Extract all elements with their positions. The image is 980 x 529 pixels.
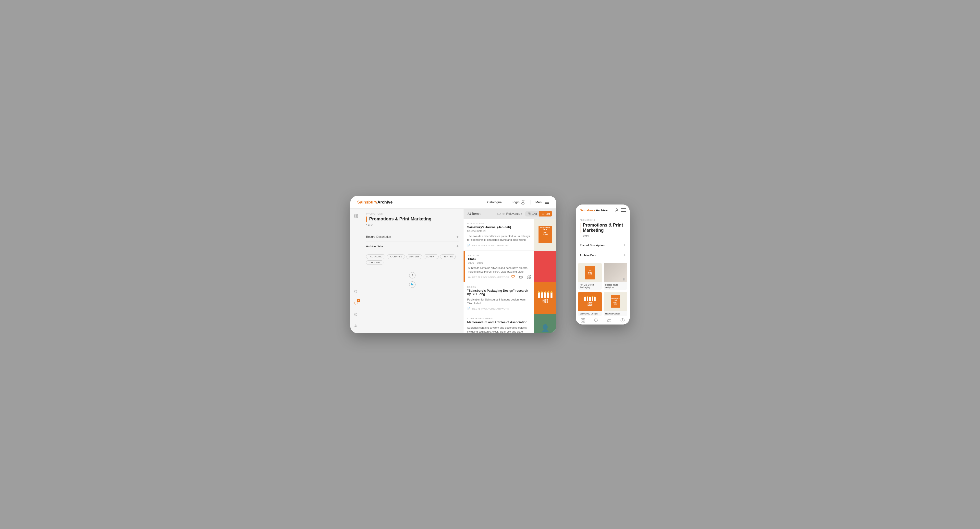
tags-container: PACKAGING JOURNALS LEAFLET ADVERT PRINTE… bbox=[366, 254, 459, 265]
scene: Sainsbury Archive Catalogue Login Menu bbox=[350, 196, 630, 333]
logo-sainsbury: Sainsbury bbox=[357, 200, 377, 205]
mobile-footer-heart-icon[interactable] bbox=[594, 318, 598, 322]
nav-menu[interactable]: Menu bbox=[535, 200, 549, 204]
mobile-menu-icon[interactable] bbox=[621, 208, 626, 212]
logo[interactable]: Sainsbury Archive bbox=[357, 200, 393, 205]
tag-packaging[interactable]: PACKAGING bbox=[366, 254, 385, 259]
hover-grid[interactable] bbox=[526, 274, 531, 280]
svg-rect-26 bbox=[583, 321, 585, 322]
tag-leaflet[interactable]: LEAFLET bbox=[406, 254, 422, 259]
mobile-grid-item-1[interactable]: hot oat cereal Hot Oat Cereal Packaging bbox=[578, 263, 602, 290]
mobile-header: Sainsbury Archive bbox=[576, 205, 630, 215]
mobile-grid-item-4[interactable]: SAINSBURY'S hot oat cereal Hot Oat Cerea… bbox=[604, 292, 627, 316]
mobile-record-description-row[interactable]: Record Description + bbox=[580, 240, 626, 250]
hover-heart[interactable] bbox=[510, 274, 516, 280]
result-text-1: PUBLICATIONS Sainsbury's Journal (Jan-Fe… bbox=[464, 219, 534, 251]
sidebar-title-block: Promotions & Print Marketing bbox=[366, 216, 459, 222]
mobile-expand-section: Record Description + Archive Data + bbox=[576, 240, 630, 261]
tag-advert[interactable]: ADVERT bbox=[423, 254, 439, 259]
mobile-item-label-2: Seated figure sculpture bbox=[604, 283, 627, 290]
mobile-category-label: PROMOTIONS bbox=[580, 219, 626, 221]
badge-count: 2 bbox=[357, 299, 360, 302]
doc-icon-1: 📄 bbox=[467, 244, 471, 247]
result-thumb-2 bbox=[534, 251, 556, 282]
mobile-archive-data-row[interactable]: Archive Data + bbox=[580, 250, 626, 260]
svg-rect-2 bbox=[356, 214, 358, 216]
desktop-frame: Sainsbury Archive Catalogue Login Menu bbox=[350, 196, 556, 333]
result-category-4: CORPORATE MATERIAL bbox=[467, 318, 531, 320]
result-item-4[interactable]: CORPORATE MATERIAL Memorandum and Articl… bbox=[463, 314, 556, 333]
mobile-grid-section: hot oat cereal Hot Oat Cereal Packaging … bbox=[576, 261, 630, 316]
result-meta-1: 📄 DES /1 PACKAGING ARTWORK bbox=[467, 244, 531, 247]
social-icons: f 🐦 bbox=[366, 270, 459, 290]
mobile-footer-share-icon[interactable] bbox=[607, 318, 611, 322]
record-description-row[interactable]: Record Description + bbox=[366, 232, 459, 241]
svg-rect-18 bbox=[529, 277, 530, 278]
result-desc-1: The awards and certificates presented to… bbox=[467, 234, 531, 242]
mobile-accent-bar bbox=[580, 222, 581, 233]
archive-data-row[interactable]: Archive Data + bbox=[366, 241, 459, 251]
logo-archive: Archive bbox=[377, 200, 393, 205]
hover-share[interactable] bbox=[518, 274, 524, 280]
mobile-frame: Sainsbury Archive PROMOT bbox=[576, 205, 630, 324]
facebook-icon[interactable]: f bbox=[409, 272, 415, 278]
doc-icon-3: 📄 bbox=[467, 307, 471, 310]
mobile-record-description-label: Record Description bbox=[580, 244, 605, 246]
svg-point-19 bbox=[616, 209, 617, 210]
svg-rect-23 bbox=[581, 318, 582, 320]
results-toolbar: 84 items SORT: Relevance ▾ bbox=[463, 209, 556, 219]
archive-data-expand-icon: + bbox=[457, 244, 459, 249]
result-title-4: Memorandum and Articles of Association bbox=[467, 321, 531, 324]
svg-rect-7 bbox=[528, 213, 529, 214]
sort-dropdown[interactable]: Relevance ▾ bbox=[506, 212, 522, 216]
history-icon[interactable] bbox=[352, 311, 359, 318]
tag-grocery[interactable]: GROCERY bbox=[366, 261, 383, 265]
nav-login[interactable]: Login bbox=[512, 200, 525, 205]
mobile-grid-item-3[interactable]: 18691969 1869/1969 Design bbox=[578, 292, 602, 316]
sidebar-content: PROMOTIONS Promotions & Print Marketing … bbox=[361, 209, 463, 333]
mobile-year: 1986 bbox=[580, 234, 626, 237]
toolbar-right: SORT: Relevance ▾ bbox=[497, 211, 552, 216]
list-view-button[interactable]: List bbox=[539, 211, 552, 216]
record-description-label: Record Description bbox=[366, 235, 391, 238]
sort-control[interactable]: SORT: Relevance ▾ bbox=[497, 212, 522, 216]
chevron-down-icon: ▾ bbox=[521, 213, 522, 215]
nav-catalogue[interactable]: Catalogue bbox=[487, 200, 501, 204]
heart-icon[interactable] bbox=[352, 289, 359, 295]
desktop-body: 2 PROMOTIONS Promotions & Print Marketin… bbox=[350, 209, 556, 333]
mobile-header-icons bbox=[614, 208, 626, 212]
results-list: PUBLICATIONS Sainsbury's Journal (Jan-Fe… bbox=[463, 219, 556, 333]
sidebar-main-title: Promotions & Print Marketing bbox=[369, 216, 431, 222]
tag-journals[interactable]: JOURNALS bbox=[387, 254, 405, 259]
result-desc-2: Subfonds contains artwork and decorative… bbox=[468, 266, 531, 274]
svg-rect-25 bbox=[581, 321, 582, 322]
mobile-title-row: Promotions & Print Marketing bbox=[580, 222, 626, 233]
result-text-4: CORPORATE MATERIAL Memorandum and Articl… bbox=[464, 314, 534, 333]
mobile-footer-clock-icon[interactable] bbox=[620, 318, 625, 322]
result-item-2[interactable]: ARTWORK Clock 1900 – 1950 Subfonds conta… bbox=[463, 251, 556, 283]
result-desc-3: Publication for Sainsburys infamous desi… bbox=[467, 298, 531, 305]
hamburger-icon bbox=[545, 201, 549, 204]
result-item-3[interactable]: DESIGN "Sainsbury's Packaging Design" re… bbox=[463, 283, 556, 314]
download-icon[interactable] bbox=[352, 322, 359, 329]
tag-printed[interactable]: PRINTED bbox=[440, 254, 456, 259]
result-item-1[interactable]: PUBLICATIONS Sainsbury's Journal (Jan-Fe… bbox=[463, 219, 556, 251]
mobile-record-plus-icon: + bbox=[624, 243, 626, 247]
sort-prefix: SORT: bbox=[497, 213, 505, 215]
svg-rect-16 bbox=[529, 275, 530, 276]
mobile-archive-data-label: Archive Data bbox=[580, 254, 596, 257]
mobile-user-icon[interactable] bbox=[614, 208, 619, 212]
mobile-footer-grid-icon[interactable] bbox=[581, 318, 585, 322]
twitter-icon[interactable]: 🐦 bbox=[409, 281, 415, 288]
mobile-grid-item-2[interactable]: ⠿ Seated figure sculpture bbox=[604, 263, 627, 290]
mobile-thumb-anniversary: 18691969 bbox=[578, 292, 602, 311]
svg-rect-9 bbox=[528, 214, 529, 215]
svg-rect-5 bbox=[354, 302, 357, 304]
grid-view-button[interactable]: Grid bbox=[525, 211, 539, 216]
svg-rect-15 bbox=[527, 275, 528, 276]
messages-icon[interactable]: 2 bbox=[352, 300, 359, 307]
result-title-2: Clock bbox=[468, 257, 531, 261]
grid-nav-icon[interactable] bbox=[352, 213, 359, 219]
mobile-logo[interactable]: Sainsbury Archive bbox=[580, 208, 608, 212]
result-meta-3: 📄 DES /1 PACKAGING ARTWORK bbox=[467, 307, 531, 310]
